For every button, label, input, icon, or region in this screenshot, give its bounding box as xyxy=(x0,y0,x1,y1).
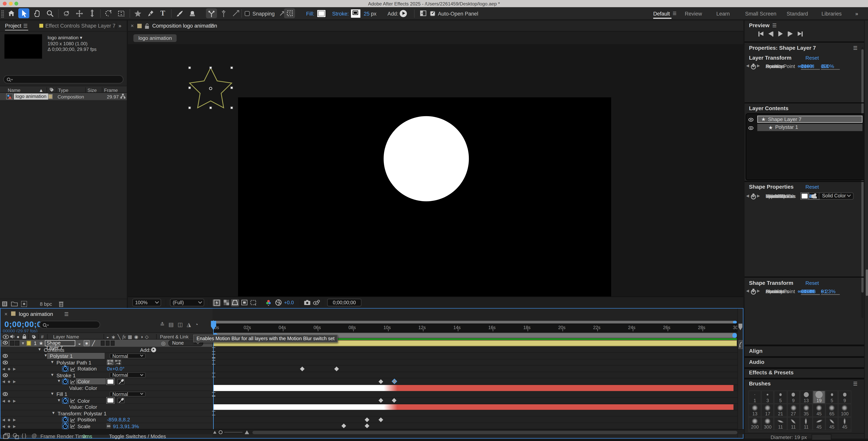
keyframe-navigator[interactable]: ◀ ◆ ▶ xyxy=(2,379,17,384)
bit-depth-label[interactable]: 8 bpc xyxy=(40,301,52,307)
layer-contents-eye-icon[interactable] xyxy=(748,117,753,123)
preview-panel-title[interactable]: Preview xyxy=(749,22,769,28)
property-value[interactable]: 91.3,91.3% xyxy=(113,423,139,429)
stopwatch-icon-active[interactable] xyxy=(62,366,69,372)
timeline-row-polystar-1[interactable]: ▼Polystar 1Normal xyxy=(1,353,213,359)
workspace-overflow-icon[interactable]: » xyxy=(855,10,858,16)
snapshot-camera-icon[interactable] xyxy=(303,299,311,306)
timeline-row-transform-polystar-1[interactable]: ▼Transform: Polystar 1 xyxy=(1,410,213,416)
comp-marker-bin-icon[interactable] xyxy=(738,340,743,349)
workspace-tab-small-screen[interactable]: Small Screen xyxy=(745,10,776,16)
item-label-swatch[interactable] xyxy=(48,94,53,99)
timeline-row-stroke-1[interactable]: ▼Stroke 1Normal xyxy=(1,372,213,378)
brush-21[interactable]: 21 xyxy=(774,404,787,417)
shape-transform-reset[interactable]: Reset xyxy=(805,280,819,285)
group-expand-chevron[interactable]: ▼ xyxy=(50,392,54,396)
brush-65[interactable]: 65 xyxy=(826,404,838,417)
composition-breadcrumb-button[interactable]: logo animation xyxy=(133,34,177,42)
shape-properties-reset[interactable]: Reset xyxy=(805,184,819,190)
close-tab-icon[interactable]: × xyxy=(131,23,134,29)
new-composition-icon[interactable] xyxy=(21,301,27,307)
timeline-row-color[interactable]: ◀ ◆ ▶▼Color xyxy=(1,378,213,385)
keyframe-navigator[interactable]: ◀ ◆ ▶ xyxy=(2,417,17,422)
layer-contents-title[interactable]: Layer Contents xyxy=(749,105,788,111)
keyframe-navigator[interactable]: ◀ ◆ ▶ xyxy=(2,399,17,403)
keyframe-diamond[interactable] xyxy=(379,417,383,422)
group-expand-chevron[interactable]: ▼ xyxy=(38,347,41,351)
trash-icon[interactable] xyxy=(59,301,64,307)
track-row-color[interactable] xyxy=(213,398,737,404)
tab-project[interactable]: Project xyxy=(5,23,21,29)
property-value[interactable]: 100% xyxy=(801,64,820,70)
white-circle-shape[interactable] xyxy=(384,116,469,201)
project-search-input[interactable] xyxy=(3,75,123,83)
column-name[interactable]: Name xyxy=(8,87,21,93)
color-value-swatch[interactable] xyxy=(107,398,114,403)
viewer-stage[interactable] xyxy=(128,44,744,297)
project-item-name[interactable]: logo animation xyxy=(14,94,48,99)
brush-3[interactable]: 3 xyxy=(761,391,774,404)
tab-composition[interactable]: Composition logo animation xyxy=(152,23,217,29)
blend-mode-dropdown[interactable]: Normal xyxy=(110,392,146,397)
track-row-polystar-1[interactable] xyxy=(213,353,737,359)
stopwatch-icon-active[interactable] xyxy=(62,379,69,384)
brush-diameter-input[interactable] xyxy=(812,434,832,440)
eyedropper-icon[interactable] xyxy=(118,398,125,403)
toggle-switches-modes-button[interactable]: Toggle Switches / Modes xyxy=(109,433,166,439)
keyframe-diamond[interactable] xyxy=(392,398,396,403)
project-tabs-overflow-icon[interactable]: » xyxy=(118,23,121,29)
resolution-dropdown[interactable]: (Full) xyxy=(170,299,204,306)
brush-11[interactable]: 11 xyxy=(787,417,800,430)
workspace-tab-default[interactable]: Default xyxy=(653,10,670,16)
timeline-row-color[interactable]: ◀ ◆ ▶▼Color xyxy=(1,398,213,404)
brush-100[interactable]: 100 xyxy=(838,404,851,417)
shape-transform-title[interactable]: Shape Transform xyxy=(749,280,793,286)
brush-11[interactable]: 11 xyxy=(800,417,813,430)
timeline-row-position[interactable]: ◀ ◆ ▶Position-859.8,8.2 xyxy=(1,416,213,423)
timeline-row-scale[interactable]: ◀ ◆ ▶Scale91.3,91.3%∞ xyxy=(1,423,213,429)
property-value[interactable]: 0x+0.0° xyxy=(107,366,124,372)
color-value-swatch[interactable] xyxy=(107,379,114,384)
brush-9[interactable]: 9 xyxy=(787,391,800,404)
brushes-menu-icon[interactable]: ☰ xyxy=(853,381,858,386)
property-value[interactable]: 100% xyxy=(821,64,840,70)
brush-17[interactable]: 17 xyxy=(761,404,774,417)
selected-star-shape-outline[interactable] xyxy=(187,66,235,111)
new-folder-icon[interactable] xyxy=(11,302,18,307)
effects-presets-panel-header[interactable]: Effects & Presets xyxy=(749,370,794,376)
brush-27[interactable]: 27 xyxy=(787,404,800,417)
stopwatch-icon[interactable] xyxy=(750,63,756,70)
track-row-fill-1[interactable] xyxy=(213,391,737,398)
label-column-icon[interactable] xyxy=(49,88,54,93)
keyframe-navigator[interactable]: ◀ ◆ ▶ xyxy=(2,367,17,371)
unlock-icon[interactable] xyxy=(145,23,150,29)
workspace-tab-libraries[interactable]: Libraries xyxy=(822,10,842,16)
column-type[interactable]: Type xyxy=(58,87,68,93)
composition-canvas[interactable] xyxy=(238,97,611,297)
brush-45[interactable]: 45 xyxy=(813,417,826,430)
transparency-grid-icon[interactable] xyxy=(222,299,230,306)
exposure-value[interactable]: +0.0 xyxy=(284,300,294,305)
property-value[interactable]: -859.8,8.2 xyxy=(107,417,130,422)
next-frame-button[interactable] xyxy=(788,31,793,36)
tab-effect-controls[interactable]: Effect Controls Shape Layer 7 xyxy=(45,23,115,29)
keyframe-diamond[interactable] xyxy=(365,423,370,428)
brush-9[interactable]: 9 xyxy=(838,391,851,404)
first-frame-button[interactable] xyxy=(758,31,764,36)
brushes-panel-title[interactable]: Brushes xyxy=(749,381,771,386)
brush-300[interactable]: 300 xyxy=(761,417,774,430)
next-keyframe-view-button[interactable] xyxy=(115,360,121,365)
audio-panel-header[interactable]: Audio xyxy=(749,359,764,365)
track-row-stroke-1[interactable] xyxy=(213,372,737,378)
stopwatch-icon-active[interactable] xyxy=(62,417,69,422)
brush-45[interactable]: 45 xyxy=(813,404,826,417)
mask-visibility-icon[interactable] xyxy=(240,299,249,306)
property-expand-chevron[interactable]: ▼ xyxy=(57,398,61,402)
project-info-name[interactable]: logo animation ▾ xyxy=(48,35,82,40)
keyframe-diamond[interactable] xyxy=(341,423,346,428)
graph-editor-icon[interactable] xyxy=(70,379,75,385)
layer-eye-icon[interactable] xyxy=(2,353,8,359)
sort-ascending-icon[interactable]: ▲ xyxy=(39,87,43,93)
previous-frame-button[interactable] xyxy=(769,31,774,36)
timeline-row-fill-1[interactable]: ▼Fill 1Normal xyxy=(1,391,213,398)
